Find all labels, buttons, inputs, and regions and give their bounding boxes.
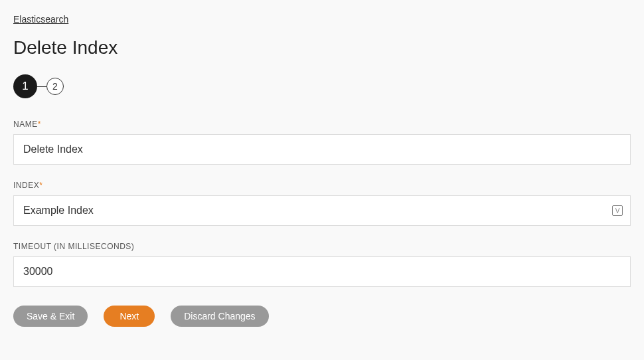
button-row: Save & Exit Next Discard Changes bbox=[13, 306, 631, 327]
index-label: INDEX* bbox=[13, 181, 631, 190]
name-label: NAME* bbox=[13, 120, 631, 129]
breadcrumb: Elasticsearch bbox=[13, 13, 631, 25]
form-group-name: NAME* bbox=[13, 120, 631, 165]
timeout-label: TIMEOUT (IN MILLISECONDS) bbox=[13, 242, 631, 251]
variable-icon[interactable]: V bbox=[612, 205, 623, 216]
required-indicator: * bbox=[38, 120, 41, 129]
index-input[interactable] bbox=[13, 195, 631, 226]
timeout-input[interactable] bbox=[13, 256, 631, 287]
stepper: 1 2 bbox=[13, 74, 631, 98]
step-1[interactable]: 1 bbox=[13, 74, 37, 98]
name-label-text: NAME bbox=[13, 120, 38, 129]
step-connector bbox=[37, 86, 46, 87]
name-input[interactable] bbox=[13, 134, 631, 165]
index-input-wrapper: V bbox=[13, 195, 631, 226]
step-2[interactable]: 2 bbox=[46, 78, 64, 95]
index-label-text: INDEX bbox=[13, 181, 39, 190]
breadcrumb-link-elasticsearch[interactable]: Elasticsearch bbox=[13, 14, 68, 25]
page-title: Delete Index bbox=[13, 37, 631, 58]
form-group-timeout: TIMEOUT (IN MILLISECONDS) bbox=[13, 242, 631, 287]
next-button[interactable]: Next bbox=[104, 306, 155, 327]
required-indicator: * bbox=[39, 181, 42, 190]
form-group-index: INDEX* V bbox=[13, 181, 631, 226]
discard-button[interactable]: Discard Changes bbox=[171, 306, 268, 327]
save-exit-button[interactable]: Save & Exit bbox=[13, 306, 88, 327]
